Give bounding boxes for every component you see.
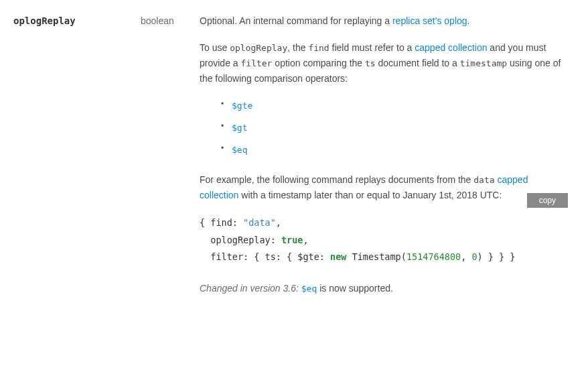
parameter-name: oplogReplay	[13, 15, 76, 26]
text: field must refer to a	[329, 42, 415, 53]
capped-collection-link[interactable]: capped collection	[415, 42, 487, 53]
code-token: filter: { ts: { $gte:	[200, 251, 330, 262]
code-block: { find: "data", oplogReplay: true, filte…	[200, 214, 568, 266]
example-paragraph: For example, the following command repla…	[200, 172, 568, 202]
text: .	[467, 15, 470, 26]
list-item: $gt	[221, 120, 568, 135]
code-token: { find:	[200, 217, 243, 228]
list-item: $eq	[221, 142, 568, 158]
code-block-wrap: copy { find: "data", oplogReplay: true, …	[200, 214, 568, 266]
code-ts: ts	[365, 58, 376, 68]
code-token: ,	[461, 251, 471, 262]
code-data: data	[473, 175, 494, 185]
text: Optional. An internal command for replay…	[200, 15, 392, 26]
code-token: "data"	[243, 217, 276, 228]
code-token: oplogReplay:	[200, 235, 281, 245]
changed-label: Changed in version 3.6:	[200, 283, 299, 294]
text: For example, the following command repla…	[200, 174, 473, 185]
code-token: Timestamp(	[346, 251, 406, 262]
desc-paragraph-1: Optional. An internal command for replay…	[200, 13, 568, 28]
changed-note: Changed in version 3.6: $eq is now suppo…	[200, 281, 568, 296]
replica-set-oplog-link[interactable]: replica set's oplog	[392, 15, 467, 26]
eq-link[interactable]: $eq	[232, 145, 247, 155]
desc-paragraph-2: To use oplogReplay, the find field must …	[200, 40, 568, 86]
parameter-description: Optional. An internal command for replay…	[200, 13, 568, 308]
gte-link[interactable]: $gte	[232, 101, 252, 111]
parameter-type: boolean	[141, 15, 174, 26]
parameter-name-cell: oplogReplay	[13, 13, 141, 28]
code-token: new	[330, 251, 346, 262]
code-token: ,	[276, 217, 281, 228]
eq-link-2[interactable]: $eq	[301, 284, 317, 294]
code-token: ) } } }	[477, 251, 516, 262]
code-filter: filter	[240, 58, 272, 68]
code-token: 0	[471, 251, 477, 262]
code-timestamp: timestamp	[460, 58, 507, 68]
parameter-type-cell: boolean	[141, 13, 200, 28]
text: document field to a	[376, 58, 460, 68]
code-token: true	[281, 235, 303, 245]
operator-list: $gte $gt $eq	[221, 98, 568, 157]
text: , the	[287, 42, 308, 53]
gt-link[interactable]: $gt	[232, 123, 247, 133]
parameter-row: oplogReplay boolean Optional. An interna…	[13, 13, 568, 308]
code-token: ,	[303, 235, 308, 245]
text: option comparing the	[272, 58, 365, 68]
copy-button[interactable]: copy	[527, 193, 568, 208]
text: is now supported.	[317, 283, 393, 294]
text: with a timestamp later than or equal to …	[238, 190, 502, 200]
code-find: find	[308, 43, 329, 53]
code-token: 1514764800	[407, 251, 461, 262]
text: To use	[200, 42, 230, 53]
list-item: $gte	[221, 98, 568, 113]
code-oplogreplay: oplogReplay	[230, 43, 287, 53]
